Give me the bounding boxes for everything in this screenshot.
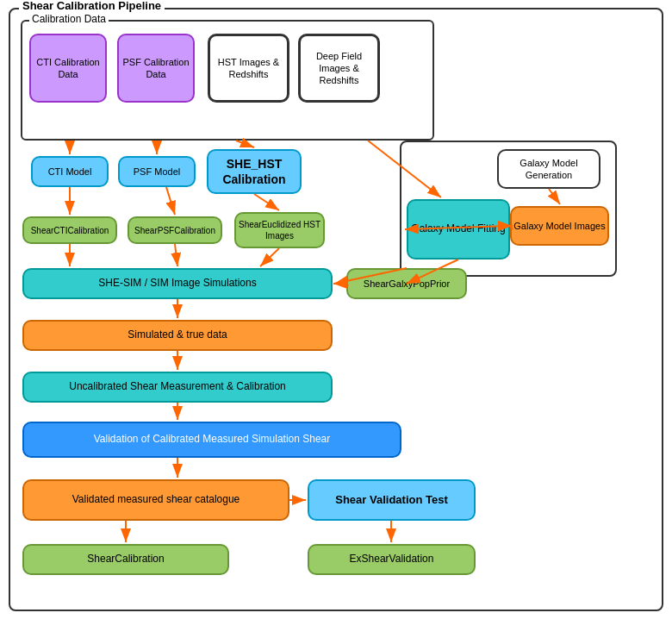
shear-galxy-pop-node: ShearGalxyPopPrior [346, 268, 467, 299]
psf-calib-node: PSF Calibration Data [117, 34, 195, 103]
svg-line-3 [236, 141, 254, 147]
svg-line-8 [549, 189, 560, 204]
she-hst-node: SHE_HST Calibration [207, 149, 302, 194]
ex-shear-validation-node: ExShearValidation [308, 544, 476, 575]
uncalibrated-node: Uncalibrated Shear Measurement & Calibra… [22, 372, 333, 403]
svg-line-7 [254, 194, 279, 210]
validated-catalogue-node: Validated measured shear catalogue [22, 479, 289, 521]
galaxy-model-fitting-node: Galaxy Model Fitting [407, 199, 510, 259]
cti-calib-node: CTI Calibration Data [29, 34, 107, 103]
simulated-data-node: Simulated & true data [22, 320, 333, 351]
cti-model-node: CTI Model [31, 156, 109, 187]
pipeline-title: Shear Calibration Pipeline [19, 0, 165, 12]
galaxy-model-gen-node: Galaxy Model Generation [497, 149, 600, 189]
shear-calibration-node: ShearCalibration [22, 544, 229, 575]
calib-data-label: Calibration Data [29, 13, 109, 25]
hst-images-node: HST Images & Redshifts [208, 34, 289, 103]
shear-euclidized-node: ShearEuclidized HST Images [234, 212, 325, 248]
svg-line-4 [368, 141, 441, 197]
she-sim-node: SHE-SIM / SIM Image Simulations [22, 268, 333, 299]
svg-line-13 [175, 244, 177, 266]
calibration-data-box: Calibration Data CTI Calibration Data PS… [21, 20, 434, 141]
svg-line-6 [166, 187, 175, 215]
shear-cti-node: ShearCTICalibration [22, 216, 117, 244]
psf-model-node: PSF Model [118, 156, 196, 187]
shear-psf-node: ShearPSFCalibration [128, 216, 222, 244]
validation-node: Validation of Calibrated Measured Simula… [22, 422, 401, 458]
pipeline-container: Shear Calibration Pipeline Calibration D… [9, 8, 663, 611]
svg-line-14 [260, 248, 279, 266]
shear-validation-test-node: Shear Validation Test [308, 479, 476, 521]
deep-field-node: Deep Field Images & Redshifts [298, 34, 380, 103]
galaxy-model-images-node: Galaxy Model Images [510, 206, 609, 246]
